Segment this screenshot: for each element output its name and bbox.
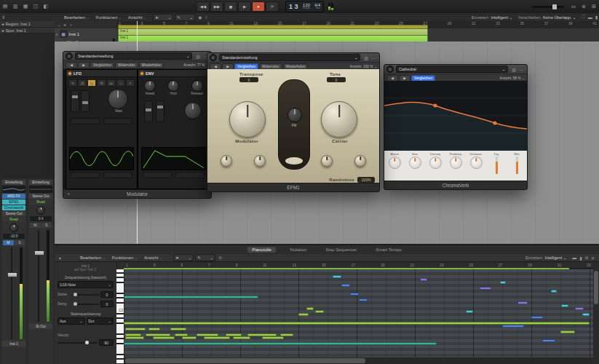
- add-modulator-icon[interactable]: ＋: [66, 191, 71, 197]
- notes-icon[interactable]: ⊞: [590, 2, 598, 11]
- pr-horizontal-scrollbar[interactable]: [124, 357, 593, 364]
- midi-note[interactable]: [561, 304, 568, 307]
- tab-step-sequencer[interactable]: Step Sequencer: [321, 247, 361, 253]
- pr-command-click-tool-selector[interactable]: ✎⌄: [195, 254, 215, 261]
- midi-note[interactable]: [551, 290, 557, 293]
- fader-left[interactable]: [3, 248, 25, 339]
- track-disclosure-icon[interactable]: ▸: [56, 32, 58, 36]
- output-eq-thumbnail[interactable]: [29, 186, 52, 193]
- cv-knob-density[interactable]: [429, 157, 442, 169]
- mod-env-small-knob[interactable]: [254, 155, 266, 167]
- flex-icon[interactable]: ⌇: [205, 15, 207, 20]
- square-wave-icon[interactable]: ⊓: [97, 79, 106, 87]
- global-tracks-icon[interactable]: ⌄: [57, 23, 61, 27]
- midi-note[interactable]: [575, 307, 584, 310]
- env-amount-knob[interactable]: [184, 102, 202, 119]
- midi-note[interactable]: [153, 336, 175, 339]
- midi-note[interactable]: [582, 313, 590, 316]
- volume-value-right[interactable]: 0.4: [30, 216, 52, 221]
- drag-value[interactable]: Keine Überlapp. ⌄: [543, 15, 576, 20]
- zoom-h-slider[interactable]: ▬: [588, 15, 592, 20]
- solo-button-right[interactable]: S: [41, 223, 52, 228]
- lfo-rate-knob[interactable]: [108, 89, 128, 109]
- midi-note[interactable]: [298, 313, 309, 316]
- midi-note[interactable]: [315, 310, 324, 313]
- sidechain-icon[interactable]: ▥: [512, 67, 516, 72]
- midi-note[interactable]: [350, 293, 359, 296]
- midi-note[interactable]: [280, 333, 293, 336]
- random-wave-icon[interactable]: ⁘: [116, 79, 125, 87]
- sidechain-icon[interactable]: ▥: [196, 54, 200, 59]
- tune-value[interactable]: 0: [327, 77, 346, 82]
- output-slot-stereo-out[interactable]: Stereo Out: [29, 194, 52, 199]
- region-inspector-header[interactable]: ▸ Region: Inst 1: [0, 21, 55, 28]
- view-menu[interactable]: Ansicht: 77 % ⌄: [183, 63, 209, 67]
- forward-button[interactable]: ▶▶: [210, 1, 223, 12]
- library-icon[interactable]: ▤: [1, 2, 9, 11]
- midi-note[interactable]: [182, 336, 197, 339]
- env-release-knob[interactable]: [191, 80, 203, 92]
- automation-mode-left[interactable]: Read: [2, 217, 25, 222]
- midi-note[interactable]: [517, 301, 528, 304]
- sidechain-icon[interactable]: ▥: [364, 55, 368, 60]
- insert-slot-midi-fx[interactable]: MIDI FX: [2, 194, 25, 199]
- display-mode-icon[interactable]: ▭: [569, 2, 578, 11]
- cv-slider-dry[interactable]: [496, 157, 498, 174]
- left-click-tool-selector[interactable]: ➤⌄: [153, 14, 173, 21]
- command-click-tool-selector[interactable]: ✎⌄: [175, 14, 195, 21]
- swing-slider[interactable]: [74, 304, 99, 305]
- midi-note[interactable]: [148, 328, 160, 331]
- drag-mode-icon[interactable]: ⇕: [1, 15, 5, 20]
- midi-note[interactable]: [125, 336, 144, 339]
- menu-ansicht[interactable]: Ansicht: [128, 15, 146, 20]
- env-slider-2[interactable]: [156, 100, 164, 122]
- pr-menu-bearbeiten[interactable]: Bearbeiten: [80, 256, 106, 260]
- env-readout-1[interactable]: [143, 172, 172, 178]
- output-setting-button[interactable]: Einstellung: [29, 180, 52, 185]
- plugin-power-icon[interactable]: ⏻: [386, 66, 394, 73]
- lfo-readout-2[interactable]: [103, 172, 132, 178]
- scale-root-menu[interactable]: Aus⌄: [57, 317, 85, 325]
- env-attack-knob[interactable]: [144, 80, 156, 92]
- editors-icon[interactable]: ◧: [41, 2, 50, 11]
- quantize-value-menu[interactable]: 1/16-Note⌄: [57, 281, 114, 288]
- plugin-power-icon[interactable]: ⏻: [66, 52, 73, 60]
- chromaverb-damping-display[interactable]: [384, 81, 527, 151]
- lfo-slider-2[interactable]: [81, 90, 90, 112]
- play-button[interactable]: ▶: [238, 1, 251, 12]
- midi-note[interactable]: [333, 275, 341, 278]
- lcd-display[interactable]: 1 3 120 Tempo 4/4 Takt: [285, 1, 324, 12]
- midi-note[interactable]: [170, 328, 186, 331]
- carrier-knob[interactable]: [321, 101, 357, 138]
- eq-thumbnail[interactable]: [2, 186, 25, 193]
- env-readout-2[interactable]: [175, 172, 205, 178]
- prev-preset-button[interactable]: ◀: [66, 62, 77, 68]
- rewind-button[interactable]: ◀◀: [197, 1, 210, 12]
- catch-playhead-icon[interactable]: ▾: [59, 256, 61, 261]
- midi-note[interactable]: [175, 333, 188, 336]
- midi-note[interactable]: [124, 322, 590, 325]
- pr-zoom-v-icon[interactable]: ▮: [579, 256, 582, 261]
- channel-setting-button[interactable]: Einstellung: [2, 180, 25, 185]
- fader-right[interactable]: [30, 230, 52, 322]
- swing-value[interactable]: 0: [100, 301, 114, 307]
- midi-note[interactable]: [502, 325, 524, 328]
- pr-left-click-tool-selector[interactable]: ➤⌄: [173, 254, 194, 261]
- pr-vertical-scrollbar[interactable]: [593, 262, 599, 364]
- automation-icon[interactable]: ◉: [198, 15, 202, 20]
- lfo-readout-1[interactable]: [71, 172, 100, 178]
- saw-wave-icon[interactable]: ◺: [87, 79, 96, 87]
- lfo-slider-1[interactable]: [71, 90, 79, 112]
- master-volume-slider[interactable]: [532, 6, 564, 8]
- midi-in-icon[interactable]: ⎆: [218, 256, 222, 261]
- track-name[interactable]: Inst 1: [69, 32, 80, 36]
- cv-knob-attack[interactable]: [389, 157, 401, 169]
- midi-note[interactable]: [247, 333, 277, 336]
- cycle-button[interactable]: ⟳: [266, 1, 279, 12]
- triangle-wave-icon[interactable]: ⋀: [78, 79, 87, 87]
- note-grid[interactable]: [124, 269, 593, 364]
- midi-note[interactable]: [420, 278, 427, 281]
- strength-value[interactable]: 0: [100, 291, 114, 298]
- automation-mode-right[interactable]: Read: [29, 199, 52, 205]
- track-add-icon[interactable]: ＋: [69, 23, 74, 28]
